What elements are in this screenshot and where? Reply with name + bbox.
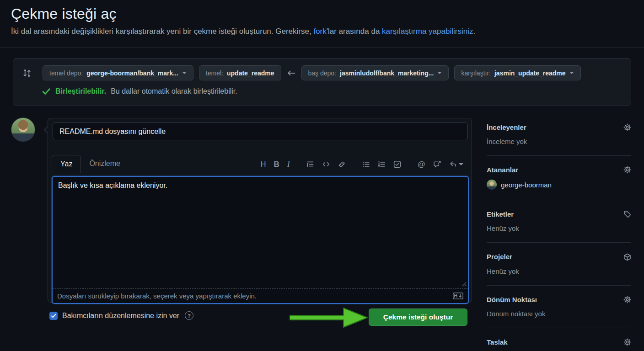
avatar: [11, 117, 35, 142]
base-branch-label: temel:: [206, 69, 223, 77]
resize-handle-icon[interactable]: [462, 282, 467, 287]
compare-branch-button[interactable]: karşılaştır: jasmin_update_readme: [454, 65, 580, 80]
maintainer-edit-checkbox[interactable]: [49, 312, 58, 320]
head-repo-label: baş depo:: [308, 69, 337, 77]
sidebar-section-labels: Etiketler Henüz yok: [487, 210, 631, 243]
project-icon[interactable]: [623, 253, 631, 261]
help-icon[interactable]: ?: [185, 311, 193, 320]
compare-across-forks-link[interactable]: karşılaştırma yapabilirsiniz: [382, 27, 473, 36]
subtitle-text: 'lar arasında da: [327, 27, 382, 36]
sidebar: İnceleyenler İnceleme yok Atananlar geor…: [487, 123, 631, 351]
pr-title-input[interactable]: [53, 122, 468, 140]
section-title-wrap: Projeler: [487, 253, 512, 261]
base-repo-button[interactable]: temel depo: george-boorman/bank_mark...: [43, 65, 193, 80]
file-dropzone[interactable]: Dosyaları sürükleyip bırakarak, seçerek …: [53, 288, 468, 303]
italic-icon[interactable]: I: [287, 160, 290, 168]
assignee-name: george-boorman: [501, 181, 552, 189]
sidebar-section-assignees: Atananlar george-boorman: [487, 166, 631, 200]
section-title: Dönüm Noktası: [487, 296, 537, 303]
pr-body-textarea[interactable]: Başlık ve kısa açıklama ekleniyor.: [53, 177, 468, 289]
head-repo-button[interactable]: baş depo: jasminludolf/bank_marketing...: [301, 65, 449, 80]
page-title: Çekme isteği aç: [11, 5, 633, 22]
subtitle-text: .: [473, 27, 475, 36]
pr-body-editor: Başlık ve kısa açıklama ekleniyor. Dosya…: [52, 176, 469, 304]
dropzone-text: Dosyaları sürükleyip bırakarak, seçerek …: [57, 292, 257, 300]
sidebar-section-partial: Taslak: [487, 338, 631, 351]
saved-replies-icon[interactable]: [449, 160, 463, 168]
gear-icon[interactable]: [623, 123, 631, 131]
create-pull-request-button[interactable]: Çekme isteği oluştur: [369, 308, 467, 326]
section-body: Henüz yok: [487, 267, 631, 275]
section-body: Henüz yok: [487, 224, 631, 232]
heading-icon[interactable]: H: [260, 160, 266, 168]
quote-icon[interactable]: [306, 160, 314, 168]
avatar: [487, 180, 497, 190]
tab-preview[interactable]: Önizleme: [81, 155, 129, 173]
compare-branch-label: karşılaştır:: [461, 69, 491, 77]
fork-link[interactable]: fork: [313, 27, 326, 36]
gear-icon[interactable]: [623, 296, 631, 303]
markdown-icon: [453, 292, 463, 299]
assignees-header[interactable]: Atananlar: [487, 166, 631, 174]
base-repo-value: george-boorman/bank_mark...: [86, 69, 178, 77]
editor-tabbar: Yaz Önizleme H B I: [52, 154, 467, 173]
annotation-arrow: [290, 306, 370, 329]
unordered-list-icon[interactable]: [362, 160, 370, 168]
chevron-down-icon: [569, 72, 574, 74]
subtitle-text: İki dal arasındaki değişiklikleri karşıl…: [11, 27, 313, 36]
tag-icon[interactable]: [623, 210, 631, 218]
sidebar-section-milestone: Dönüm Noktası Dönüm noktası yok: [487, 296, 631, 328]
gear-icon[interactable]: [623, 166, 631, 174]
section-title: Atananlar: [487, 166, 518, 174]
milestone-header[interactable]: Dönüm Noktası: [487, 296, 631, 303]
page-subtitle: İki dal arasındaki değişiklikleri karşıl…: [11, 27, 633, 36]
mergeable-message: Bu dallar otomatik olarak birleştirilebi…: [111, 87, 237, 96]
projects-header[interactable]: Projeler: [487, 253, 631, 261]
page-header: Çekme isteği aç İki dal arasındaki değiş…: [11, 5, 633, 36]
section-body: İnceleme yok: [487, 138, 631, 145]
cross-reference-icon[interactable]: [433, 160, 441, 168]
branch-compare-bar: temel depo: george-boorman/bank_mark... …: [13, 58, 631, 106]
check-icon: [42, 87, 51, 96]
compare-branch-value: jasmin_update_readme: [494, 69, 566, 77]
base-repo-label: temel depo:: [49, 69, 83, 77]
section-title: Taslak: [487, 338, 508, 346]
link-icon[interactable]: [338, 160, 346, 168]
section-title: İnceleyenler: [487, 123, 526, 131]
code-icon[interactable]: [322, 160, 330, 168]
head-repo-value: jasminludolf/bank_marketing...: [340, 69, 434, 77]
chevron-down-icon: [182, 72, 187, 74]
mergeable-status-row: Birleştirilebilir. Bu dallar otomatik ol…: [13, 80, 631, 96]
section-title: Etiketler: [487, 210, 514, 218]
sidebar-section-reviewers: İnceleyenler İnceleme yok: [487, 123, 631, 156]
assignee-row[interactable]: george-boorman: [487, 180, 631, 190]
mention-icon[interactable]: @: [418, 160, 425, 168]
maintainer-edit-row: Bakımcıların düzenlemesine izin ver ?: [49, 311, 193, 320]
base-branch-button[interactable]: temel: update_readme: [199, 65, 281, 80]
mergeable-status: Birleştirilebilir.: [55, 87, 106, 96]
chevron-down-icon: [437, 72, 442, 74]
bold-icon[interactable]: B: [274, 160, 279, 168]
pull-request-form: Yaz Önizleme H B I: [48, 118, 472, 303]
gear-icon[interactable]: [623, 338, 631, 346]
partial-header[interactable]: Taslak: [487, 338, 631, 346]
maintainer-edit-label: Bakımcıların düzenlemesine izin ver: [62, 312, 179, 320]
section-body: Dönüm noktası yok: [487, 310, 631, 318]
chevron-down-icon: [459, 163, 463, 165]
git-compare-icon: [22, 69, 32, 78]
labels-header[interactable]: Etiketler: [487, 210, 631, 218]
reviewers-header[interactable]: İnceleyenler: [487, 123, 631, 131]
section-title: Projeler: [487, 253, 512, 261]
base-branch-value: update_readme: [227, 69, 274, 77]
arrow-left-icon: [287, 69, 296, 78]
header-divider: [0, 48, 644, 48]
tasklist-icon[interactable]: [393, 160, 401, 168]
tab-write[interactable]: Yaz: [52, 155, 81, 173]
markdown-toolbar: H B I: [260, 160, 467, 173]
sidebar-section-projects: Projeler Henüz yok: [487, 253, 631, 286]
ordered-list-icon[interactable]: [378, 160, 386, 168]
